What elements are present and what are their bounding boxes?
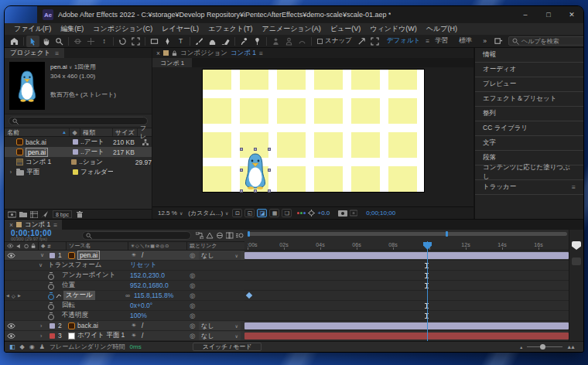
- scale-row[interactable]: ◀ ◇ ▶ スケール ∞ 115.8,115.8% ◎: [5, 291, 244, 301]
- transform-handle[interactable]: [268, 169, 271, 172]
- menu-edit[interactable]: 編集(E): [56, 24, 88, 34]
- close-button[interactable]: ✕: [560, 6, 583, 23]
- stopwatch-icon[interactable]: [48, 282, 54, 289]
- panel-item-content-aware-fill[interactable]: コンテンツに応じた塗りつぶし: [475, 165, 583, 180]
- parent-pickwhip-icon[interactable]: ◎: [190, 331, 195, 340]
- show-channel-icon[interactable]: [297, 212, 306, 214]
- help-search-input[interactable]: ヘルプを検索: [508, 36, 583, 46]
- viewer-comp-name[interactable]: コンポ 1: [231, 49, 256, 58]
- menu-view[interactable]: ビュー(V): [326, 24, 365, 34]
- footage-caret-icon[interactable]: ∨: [69, 65, 72, 70]
- column-type[interactable]: 種類: [80, 128, 113, 136]
- new-composition-icon[interactable]: [30, 211, 38, 218]
- label-color-swatch[interactable]: [50, 323, 55, 329]
- dolly-camera-tool-icon[interactable]: ↕: [97, 36, 111, 47]
- puppet-pin-tool-icon[interactable]: [251, 36, 264, 47]
- camera-region-tool-icon[interactable]: [129, 36, 142, 47]
- lock-icon[interactable]: [172, 50, 177, 56]
- resolution-dropdown[interactable]: (カスタム...) ∨: [186, 209, 230, 217]
- exposure-value[interactable]: +0.0: [317, 210, 330, 217]
- position-label[interactable]: 位置: [62, 281, 75, 290]
- sort-asc-icon[interactable]: ▲: [62, 130, 67, 135]
- workspace-tab-learn[interactable]: 学習: [429, 36, 453, 46]
- footage-usage[interactable]: 1回使用: [74, 63, 96, 70]
- hand-tool-icon[interactable]: [39, 36, 53, 47]
- column-framerate[interactable]: フレ: [138, 128, 152, 136]
- twirl-closed-icon[interactable]: ›: [40, 331, 46, 340]
- property-pickwhip-icon[interactable]: ◎: [190, 311, 195, 320]
- workspace-tab-standard[interactable]: 標準: [453, 36, 477, 46]
- orbit-camera-tool-icon[interactable]: [71, 36, 84, 47]
- roto-brush-tool-icon[interactable]: [238, 36, 251, 47]
- zoom-tool-icon[interactable]: [53, 36, 66, 47]
- menu-window[interactable]: ウィンドウ(W): [365, 24, 422, 34]
- show-snapshot-icon[interactable]: [350, 210, 357, 217]
- time-ruler[interactable]: :00s 02s 04s 06s 08s 12s 14s 16s 18s: [244, 241, 569, 251]
- quality-switch[interactable]: /: [142, 251, 143, 260]
- rotation-label[interactable]: 回転: [62, 301, 75, 310]
- parent-pickwhip-icon[interactable]: ◎: [190, 321, 195, 330]
- timeline-search-input[interactable]: [82, 231, 191, 240]
- panel-item-info[interactable]: 情報: [475, 48, 583, 63]
- time-navigator-start-handle[interactable]: [248, 231, 250, 237]
- track-transform[interactable]: [244, 261, 569, 271]
- panel-menu-icon[interactable]: ≡: [572, 183, 576, 191]
- timecode-value[interactable]: 0;00;10;00: [11, 230, 79, 237]
- pan-camera-tool-icon[interactable]: [84, 36, 97, 47]
- label-color-swatch[interactable]: [73, 149, 78, 155]
- toggle-mask-path-visibility-icon[interactable]: ◪: [257, 209, 267, 217]
- close-panel-icon[interactable]: ×: [156, 49, 160, 57]
- parent-dropdown[interactable]: なし∨: [199, 322, 241, 330]
- twirl-closed-icon[interactable]: ›: [8, 169, 14, 175]
- twirl-closed-icon[interactable]: ›: [40, 321, 46, 330]
- zoom-slider-handle[interactable]: [540, 344, 545, 350]
- column-size[interactable]: サイズ: [113, 128, 138, 136]
- new-folder-icon[interactable]: [19, 211, 27, 217]
- penguin-layer-image[interactable]: [244, 152, 267, 189]
- panel-item-cc-libraries[interactable]: CC ライブラリ: [475, 121, 583, 136]
- transform-group-row[interactable]: ∨ トランスフォーム リセット: [5, 261, 244, 271]
- label-color-swatch[interactable]: [71, 159, 77, 165]
- eye-icon[interactable]: [6, 331, 15, 340]
- label-color-swatch[interactable]: [73, 139, 78, 145]
- collapse-switch[interactable]: ✳: [132, 251, 136, 260]
- guide-options-icon[interactable]: ❏: [282, 209, 292, 217]
- snapshot-camera-icon[interactable]: [338, 210, 347, 217]
- snap-checkbox[interactable]: [317, 39, 323, 44]
- previous-keyframe-icon[interactable]: ◀: [6, 291, 9, 300]
- viewer-timecode[interactable]: 0;00;10;00: [366, 210, 395, 217]
- adjust-exposure-icon[interactable]: [308, 210, 315, 217]
- quality-switch[interactable]: /: [142, 321, 143, 330]
- time-navigator-end-handle[interactable]: [446, 231, 448, 237]
- menu-composition[interactable]: コンポジション(C): [88, 24, 157, 34]
- stopwatch-icon[interactable]: [48, 272, 54, 279]
- workspace-overflow-icon[interactable]: »: [477, 37, 492, 45]
- current-time-display[interactable]: 0;00;10;00 00300 (29.97 fps): [5, 230, 79, 241]
- panel-menu-icon[interactable]: ≡: [53, 221, 57, 229]
- workspace-tab-default[interactable]: デフォルト: [381, 36, 426, 46]
- transform-handle[interactable]: [268, 148, 271, 151]
- layer-selection-box[interactable]: [241, 149, 269, 191]
- transform-handle[interactable]: [268, 189, 271, 193]
- next-keyframe-icon[interactable]: ▶: [18, 291, 21, 300]
- snap-toggle[interactable]: スナップ: [317, 36, 352, 46]
- menu-layer[interactable]: レイヤー(L): [157, 24, 203, 34]
- add-keyframe-icon[interactable]: ◇: [12, 291, 15, 300]
- menu-help[interactable]: ヘルプ(H): [422, 24, 462, 34]
- switches-modes-button[interactable]: スイッチ / モード: [193, 343, 262, 351]
- link-dimensions-icon[interactable]: ∞: [125, 291, 130, 300]
- zoom-out-icon[interactable]: ▲: [519, 345, 523, 350]
- stopwatch-icon[interactable]: [48, 302, 54, 309]
- label-color-swatch[interactable]: [50, 253, 55, 258]
- eye-icon[interactable]: [6, 251, 15, 260]
- anchor-point-label[interactable]: アンカーポイント: [62, 271, 115, 280]
- opacity-label[interactable]: 不透明度: [62, 311, 88, 320]
- statusbar-icon-cache[interactable]: ◆: [20, 343, 25, 350]
- panel-menu-icon[interactable]: ≡: [259, 49, 263, 57]
- close-panel-icon[interactable]: ×: [9, 221, 13, 229]
- interpret-footage-icon[interactable]: [8, 211, 16, 218]
- panel-menu-icon[interactable]: ≡: [55, 49, 59, 57]
- twirl-open-icon[interactable]: ∨: [40, 251, 46, 260]
- transform-reset-link[interactable]: リセット: [130, 261, 157, 270]
- track-position[interactable]: [244, 281, 569, 291]
